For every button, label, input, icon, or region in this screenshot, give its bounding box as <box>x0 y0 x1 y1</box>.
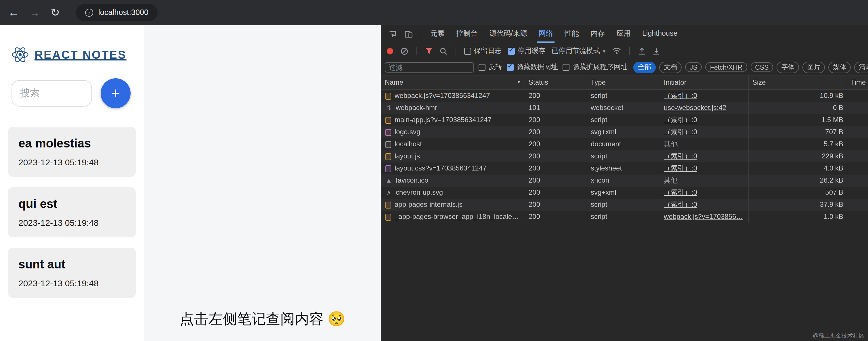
type-chip-Fetch/XHR[interactable]: Fetch/XHR <box>706 62 747 72</box>
type-chip-字体[interactable]: 字体 <box>777 61 799 73</box>
checkbox-box <box>507 64 514 70</box>
request-status: 200 <box>525 90 587 102</box>
checkbox-box <box>508 48 515 54</box>
request-initiator[interactable]: webpack.js?v=1703856… <box>664 211 745 223</box>
note-card[interactable]: sunt aut2023-12-13 05:19:48 <box>8 248 136 298</box>
request-initiator[interactable]: （索引）:0 <box>664 114 745 126</box>
network-filter-input[interactable] <box>385 62 474 72</box>
column-header-initiator[interactable]: Initiator <box>660 76 749 89</box>
devtools-tab-控制台[interactable]: 控制台 <box>451 25 484 42</box>
import-har-icon[interactable] <box>638 47 646 55</box>
hide-data-urls-checkbox[interactable]: 隐藏数据网址 <box>507 62 558 72</box>
devtools-tab-内存[interactable]: 内存 <box>585 25 611 42</box>
network-request-row[interactable]: localhost200document其他5.7 kB <box>381 138 868 150</box>
disable-cache-checkbox[interactable]: 停用缓存 <box>508 46 545 56</box>
site-info-icon[interactable]: i <box>85 8 93 17</box>
notes-list: ea molestias2023-12-13 05:19:48qui est20… <box>8 127 136 298</box>
app-brand[interactable]: REACT NOTES <box>11 46 144 63</box>
request-initiator[interactable]: （索引）:0 <box>664 150 745 163</box>
preserve-log-label: 保留日志 <box>474 46 502 56</box>
type-chip-JS[interactable]: JS <box>685 62 702 72</box>
divider <box>629 47 629 55</box>
inspect-element-icon[interactable] <box>385 27 400 41</box>
chevron-file-icon: ∧ <box>385 190 392 196</box>
request-initiator[interactable]: （索引）:0 <box>664 126 745 138</box>
network-filter-bar: 反转 隐藏数据网址 隐藏扩展程序网址 全部文档JSFetch/XHRCSS字体图… <box>381 59 868 76</box>
request-time <box>847 211 868 223</box>
preserve-log-checkbox[interactable]: 保留日志 <box>464 46 502 56</box>
column-header-status[interactable]: Status <box>525 76 587 89</box>
network-request-row[interactable]: webpack.js?v=1703856341247200script（索引）:… <box>381 90 868 102</box>
network-request-row[interactable]: layout.js200script（索引）:0229 kB <box>381 150 868 163</box>
request-status: 200 <box>525 126 587 138</box>
invert-checkbox[interactable]: 反转 <box>478 62 502 72</box>
back-icon[interactable]: ← <box>8 7 19 18</box>
column-header-type[interactable]: Type <box>587 76 660 89</box>
script-file-icon <box>385 214 391 220</box>
note-date: 2023-12-13 05:19:48 <box>19 157 125 167</box>
divider <box>456 47 456 55</box>
network-request-row[interactable]: main-app.js?v=1703856341247200script（索引）… <box>381 114 868 126</box>
network-request-row[interactable]: ▲favicon.ico200x-icon其他26.2 kB <box>381 174 868 187</box>
search-icon[interactable] <box>439 47 447 55</box>
column-header-size[interactable]: Size <box>749 76 847 89</box>
network-conditions-icon[interactable] <box>612 47 621 55</box>
type-chip-文档[interactable]: 文档 <box>659 61 682 73</box>
devtools-tab-性能[interactable]: 性能 <box>559 25 585 42</box>
script-file-icon <box>385 153 391 160</box>
type-chip-媒体[interactable]: 媒体 <box>829 61 851 73</box>
add-note-button[interactable]: + <box>101 78 131 108</box>
request-status: 200 <box>525 187 587 199</box>
hide-extension-urls-checkbox[interactable]: 隐藏扩展程序网址 <box>563 62 627 72</box>
request-name-cell: ∧chevron-up.svg <box>381 187 525 199</box>
request-time <box>847 199 868 211</box>
network-request-row[interactable]: layout.css?v=1703856341247200stylesheet（… <box>381 163 868 174</box>
devtools-tab-Lighthouse[interactable]: Lighthouse <box>637 25 683 42</box>
type-chip-全部[interactable]: 全部 <box>633 61 656 73</box>
request-size: 229 kB <box>749 150 847 163</box>
type-chip-CSS[interactable]: CSS <box>750 62 773 72</box>
column-header-time[interactable]: Time <box>847 76 868 89</box>
request-initiator[interactable]: （索引）:0 <box>664 187 745 199</box>
request-initiator[interactable]: （索引）:0 <box>664 90 745 102</box>
network-request-row[interactable]: ∧chevron-up.svg200svg+xml（索引）:0507 B <box>381 187 868 199</box>
devtools-tab-应用[interactable]: 应用 <box>611 25 637 42</box>
note-card[interactable]: qui est2023-12-13 05:19:48 <box>8 187 136 237</box>
document-file-icon <box>385 141 391 148</box>
address-bar[interactable]: i localhost:3000 <box>76 4 158 21</box>
stylesheet-file-icon <box>385 165 391 172</box>
checkbox-box <box>563 64 569 70</box>
network-request-row[interactable]: logo.svg200svg+xml（索引）:0707 B <box>381 126 868 138</box>
network-request-row[interactable]: app-pages-internals.js200script（索引）:037.… <box>381 199 868 211</box>
request-initiator[interactable]: （索引）:0 <box>664 163 745 174</box>
note-date: 2023-12-13 05:19:48 <box>19 218 125 228</box>
devtools-tab-源代码/来源[interactable]: 源代码/来源 <box>484 25 533 42</box>
request-time <box>847 150 868 163</box>
sort-desc-icon: ▼ <box>517 76 521 89</box>
export-har-icon[interactable] <box>652 47 660 55</box>
forward-icon[interactable]: → <box>29 7 40 18</box>
throttling-select[interactable]: 已停用节流模式 ▾ <box>552 46 606 56</box>
note-card[interactable]: ea molestias2023-12-13 05:19:48 <box>8 127 136 177</box>
type-chip-清单[interactable]: 清单 <box>855 61 868 73</box>
search-input[interactable] <box>11 80 92 107</box>
devtools-tab-元素[interactable]: 元素 <box>425 25 451 42</box>
clear-icon[interactable] <box>400 47 408 55</box>
request-size: 507 B <box>749 187 847 199</box>
checkbox-box <box>464 48 471 54</box>
type-chip-图片[interactable]: 图片 <box>803 61 825 73</box>
network-request-row[interactable]: _app-pages-browser_app_i18n_locale…200sc… <box>381 211 868 223</box>
devtools-tabs: 元素控制台源代码/来源网络性能内存应用Lighthouse <box>425 25 683 42</box>
checkbox-box <box>478 64 486 70</box>
devtools-tab-网络[interactable]: 网络 <box>533 25 559 42</box>
request-initiator[interactable]: （索引）:0 <box>664 199 745 211</box>
device-toolbar-icon[interactable] <box>401 27 416 41</box>
reload-icon[interactable]: ↻ <box>51 7 60 18</box>
network-request-row[interactable]: ⇅webpack-hmr101websocketuse-websocket.js… <box>381 102 868 114</box>
request-name: webpack.js?v=1703856341247 <box>395 90 490 102</box>
filter-icon[interactable] <box>425 47 433 55</box>
column-header-name[interactable]: Name ▼ <box>381 76 525 89</box>
invert-label: 反转 <box>488 62 502 72</box>
request-initiator[interactable]: use-websocket.js:42 <box>664 102 745 114</box>
record-icon[interactable] <box>386 47 394 55</box>
